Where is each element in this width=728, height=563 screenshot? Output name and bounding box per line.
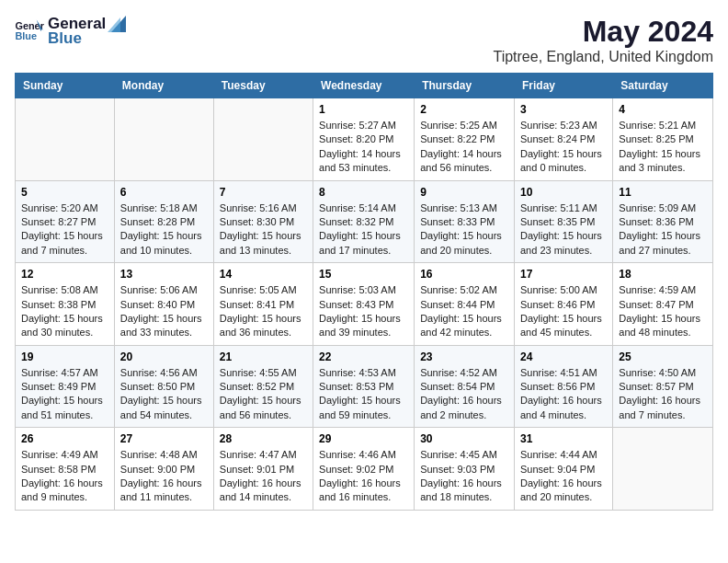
calendar-day-cell: 12Sunrise: 5:08 AMSunset: 8:38 PMDayligh… (16, 263, 115, 346)
day-number: 25 (619, 350, 707, 363)
day-info: Sunrise: 5:05 AMSunset: 8:41 PMDaylight:… (220, 283, 307, 340)
day-info: Sunrise: 4:52 AMSunset: 8:54 PMDaylight:… (420, 366, 508, 423)
page-header: General Blue General Blue May 2024 Tiptr… (15, 15, 713, 65)
calendar-day-cell: 11Sunrise: 5:09 AMSunset: 8:36 PMDayligh… (613, 180, 713, 263)
day-info: Sunrise: 5:20 AMSunset: 8:27 PMDaylight:… (21, 201, 108, 259)
weekday-header-cell: Monday (114, 74, 213, 98)
day-number: 5 (21, 186, 108, 199)
day-number: 6 (120, 186, 208, 199)
weekday-header-cell: Saturday (613, 74, 713, 98)
calendar-day-cell: 24Sunrise: 4:51 AMSunset: 8:56 PMDayligh… (515, 345, 613, 428)
calendar-week-row: 19Sunrise: 4:57 AMSunset: 8:49 PMDayligh… (16, 345, 713, 428)
day-info: Sunrise: 5:02 AMSunset: 8:44 PMDaylight:… (420, 283, 508, 340)
day-number: 14 (220, 268, 307, 281)
calendar-day-cell: 14Sunrise: 5:05 AMSunset: 8:41 PMDayligh… (213, 263, 313, 346)
title-block: May 2024 Tiptree, England, United Kingdo… (493, 15, 713, 65)
svg-text:Blue: Blue (15, 30, 37, 41)
calendar-week-row: 26Sunrise: 4:49 AMSunset: 8:58 PMDayligh… (16, 428, 713, 511)
logo: General Blue General Blue (15, 15, 126, 48)
calendar-day-cell: 1Sunrise: 5:27 AMSunset: 8:20 PMDaylight… (313, 98, 415, 181)
day-number: 31 (520, 432, 607, 445)
day-number: 23 (420, 350, 508, 363)
calendar-day-cell: 8Sunrise: 5:14 AMSunset: 8:32 PMDaylight… (313, 180, 415, 263)
calendar-day-cell: 18Sunrise: 4:59 AMSunset: 8:47 PMDayligh… (613, 263, 713, 346)
day-info: Sunrise: 4:51 AMSunset: 8:56 PMDaylight:… (520, 366, 607, 423)
day-info: Sunrise: 4:55 AMSunset: 8:52 PMDaylight:… (220, 366, 307, 423)
day-info: Sunrise: 5:14 AMSunset: 8:32 PMDaylight:… (319, 201, 408, 259)
calendar-week-row: 12Sunrise: 5:08 AMSunset: 8:38 PMDayligh… (16, 263, 713, 346)
day-number: 28 (220, 432, 307, 445)
day-number: 11 (619, 186, 707, 199)
location-title: Tiptree, England, United Kingdom (493, 49, 713, 65)
calendar-day-cell: 13Sunrise: 5:06 AMSunset: 8:40 PMDayligh… (114, 263, 213, 346)
day-info: Sunrise: 4:44 AMSunset: 9:04 PMDaylight:… (520, 448, 607, 505)
calendar-week-row: 5Sunrise: 5:20 AMSunset: 8:27 PMDaylight… (16, 180, 713, 263)
day-info: Sunrise: 4:50 AMSunset: 8:57 PMDaylight:… (619, 366, 707, 423)
month-title: May 2024 (493, 15, 713, 49)
day-number: 9 (420, 186, 508, 199)
day-number: 3 (520, 103, 607, 116)
calendar-day-cell: 7Sunrise: 5:16 AMSunset: 8:30 PMDaylight… (213, 180, 313, 263)
day-info: Sunrise: 4:47 AMSunset: 9:01 PMDaylight:… (220, 448, 307, 505)
day-info: Sunrise: 5:13 AMSunset: 8:33 PMDaylight:… (420, 201, 508, 259)
calendar-day-cell: 4Sunrise: 5:21 AMSunset: 8:25 PMDaylight… (613, 98, 713, 181)
day-number: 4 (619, 103, 707, 116)
day-number: 2 (420, 103, 508, 116)
day-number: 24 (520, 350, 607, 363)
calendar-day-cell: 2Sunrise: 5:25 AMSunset: 8:22 PMDaylight… (415, 98, 515, 181)
day-info: Sunrise: 5:16 AMSunset: 8:30 PMDaylight:… (220, 201, 307, 259)
calendar-day-cell: 25Sunrise: 4:50 AMSunset: 8:57 PMDayligh… (613, 345, 713, 428)
day-number: 10 (520, 186, 607, 199)
day-info: Sunrise: 4:45 AMSunset: 9:03 PMDaylight:… (420, 448, 508, 505)
calendar-day-cell: 28Sunrise: 4:47 AMSunset: 9:01 PMDayligh… (213, 428, 313, 511)
day-number: 27 (120, 432, 208, 445)
calendar-day-cell: 29Sunrise: 4:46 AMSunset: 9:02 PMDayligh… (313, 428, 415, 511)
calendar-day-cell (213, 98, 313, 181)
calendar-day-cell: 17Sunrise: 5:00 AMSunset: 8:46 PMDayligh… (515, 263, 613, 346)
day-info: Sunrise: 5:06 AMSunset: 8:40 PMDaylight:… (120, 283, 208, 340)
calendar-day-cell: 6Sunrise: 5:18 AMSunset: 8:28 PMDaylight… (114, 180, 213, 263)
calendar-day-cell: 23Sunrise: 4:52 AMSunset: 8:54 PMDayligh… (415, 345, 515, 428)
day-number: 1 (319, 103, 408, 116)
day-number: 13 (120, 268, 208, 281)
day-info: Sunrise: 5:21 AMSunset: 8:25 PMDaylight:… (619, 119, 707, 176)
calendar-day-cell: 9Sunrise: 5:13 AMSunset: 8:33 PMDaylight… (415, 180, 515, 263)
day-number: 30 (420, 432, 508, 445)
calendar-day-cell: 19Sunrise: 4:57 AMSunset: 8:49 PMDayligh… (16, 345, 115, 428)
day-info: Sunrise: 4:46 AMSunset: 9:02 PMDaylight:… (319, 448, 408, 505)
day-info: Sunrise: 4:59 AMSunset: 8:47 PMDaylight:… (619, 283, 707, 340)
day-number: 21 (220, 350, 307, 363)
calendar-day-cell: 10Sunrise: 5:11 AMSunset: 8:35 PMDayligh… (515, 180, 613, 263)
calendar-day-cell: 5Sunrise: 5:20 AMSunset: 8:27 PMDaylight… (16, 180, 115, 263)
logo-icon: General Blue (15, 18, 44, 44)
calendar-day-cell: 26Sunrise: 4:49 AMSunset: 8:58 PMDayligh… (16, 428, 115, 511)
calendar-day-cell: 3Sunrise: 5:23 AMSunset: 8:24 PMDaylight… (515, 98, 613, 181)
day-number: 8 (319, 186, 408, 199)
calendar-day-cell: 20Sunrise: 4:56 AMSunset: 8:50 PMDayligh… (114, 345, 213, 428)
weekday-header-cell: Sunday (16, 74, 115, 98)
day-info: Sunrise: 5:27 AMSunset: 8:20 PMDaylight:… (319, 119, 408, 176)
day-info: Sunrise: 5:23 AMSunset: 8:24 PMDaylight:… (520, 119, 607, 176)
calendar-body: 1Sunrise: 5:27 AMSunset: 8:20 PMDaylight… (16, 98, 713, 511)
day-number: 20 (120, 350, 208, 363)
day-number: 19 (21, 350, 108, 363)
calendar-table: SundayMondayTuesdayWednesdayThursdayFrid… (15, 73, 713, 511)
weekday-header-cell: Thursday (415, 74, 515, 98)
day-info: Sunrise: 5:03 AMSunset: 8:43 PMDaylight:… (319, 283, 408, 340)
day-info: Sunrise: 5:00 AMSunset: 8:46 PMDaylight:… (520, 283, 607, 340)
day-info: Sunrise: 5:09 AMSunset: 8:36 PMDaylight:… (619, 201, 707, 259)
calendar-day-cell: 15Sunrise: 5:03 AMSunset: 8:43 PMDayligh… (313, 263, 415, 346)
day-number: 15 (319, 268, 408, 281)
calendar-day-cell: 27Sunrise: 4:48 AMSunset: 9:00 PMDayligh… (114, 428, 213, 511)
day-info: Sunrise: 4:48 AMSunset: 9:00 PMDaylight:… (120, 448, 208, 505)
day-number: 17 (520, 268, 607, 281)
weekday-header-cell: Friday (515, 74, 613, 98)
day-info: Sunrise: 5:08 AMSunset: 8:38 PMDaylight:… (21, 283, 108, 340)
day-number: 26 (21, 432, 108, 445)
calendar-day-cell: 21Sunrise: 4:55 AMSunset: 8:52 PMDayligh… (213, 345, 313, 428)
weekday-header-cell: Tuesday (213, 74, 313, 98)
day-number: 16 (420, 268, 508, 281)
day-number: 18 (619, 268, 707, 281)
logo-triangle-icon (108, 16, 126, 32)
day-number: 29 (319, 432, 408, 445)
